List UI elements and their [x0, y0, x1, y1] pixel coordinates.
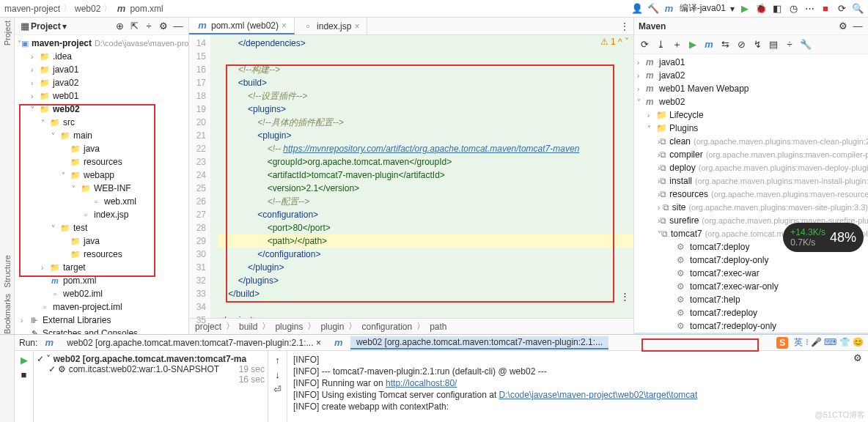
tree-item[interactable]: ▫web02.iml	[15, 287, 188, 300]
tree-item[interactable]: ›📁target	[15, 261, 188, 274]
maven-tree[interactable]: ›mjava01›mjava02›mweb01 Maven Webapp˅mwe…	[634, 54, 868, 334]
crumb[interactable]: build	[239, 322, 257, 332]
tree-item[interactable]: ˅📁WEB-INF	[15, 182, 188, 195]
crumb[interactable]: web02	[75, 4, 100, 14]
tree-item[interactable]: ▫web.xml	[15, 195, 188, 208]
maven-item[interactable]: ›⧉site(org.apache.maven.plugins:maven-si…	[634, 201, 868, 214]
coverage-icon[interactable]: ◧	[771, 3, 783, 15]
maven-item[interactable]: ⚙tomcat7:help	[634, 293, 868, 306]
debug-icon[interactable]: 🐞	[755, 3, 767, 15]
profile-icon[interactable]: ◷	[787, 3, 799, 15]
tree-item[interactable]: ›⊪External Libraries	[15, 314, 188, 327]
maven-item[interactable]: ›⧉install(org.apache.maven.plugins:maven…	[634, 174, 868, 188]
wrench-icon[interactable]: 🔧	[800, 39, 812, 51]
editor-breadcrumb: project〉build〉plugins〉plugin〉configurati…	[189, 318, 633, 334]
hide-icon[interactable]: —	[852, 21, 864, 32]
run-tree[interactable]: ✓ ˅ web02 [org.apache.tomcat.maven:tomca…	[34, 351, 268, 422]
tree-item[interactable]: ✎Scratches and Consoles	[15, 327, 188, 334]
stop-icon[interactable]: ■	[18, 369, 30, 380]
execute-icon[interactable]: m	[703, 39, 715, 51]
attach-icon[interactable]: ⋯	[803, 3, 815, 15]
tree-item[interactable]: ˅📁test	[15, 221, 188, 234]
run-tab[interactable]: web02 [org.apache.tomcat.maven:tomcat7-m…	[61, 337, 327, 349]
rerun-icon[interactable]: ▶	[18, 354, 30, 366]
graph-icon[interactable]: ▤	[768, 39, 779, 51]
crumb[interactable]: pom.xml	[130, 4, 163, 14]
update-icon[interactable]: ⟳	[836, 3, 847, 15]
down-icon[interactable]: ↓	[272, 369, 284, 380]
tree-item[interactable]: ›📁web01	[15, 89, 188, 103]
expand-icon[interactable]: ⇱	[128, 21, 140, 32]
maven-item[interactable]: ›⧉compiler(org.apache.maven.plugins:mave…	[634, 148, 868, 161]
tree-item[interactable]: ›📁java02	[15, 76, 188, 89]
crumb[interactable]: maven-project	[4, 4, 60, 14]
user-icon[interactable]: 👤	[631, 3, 643, 15]
tree-item[interactable]: 📁java	[15, 142, 188, 155]
settings-icon[interactable]: ⚙	[837, 21, 849, 32]
add-icon[interactable]: ＋	[671, 39, 683, 51]
maven-item[interactable]: ›mjava01	[634, 56, 868, 69]
panel-title: Project	[31, 21, 61, 32]
maven-item[interactable]: ›📁Lifecycle	[634, 108, 868, 122]
crumb[interactable]: path	[430, 322, 446, 332]
tree-item[interactable]: ˅📁web02	[15, 103, 188, 116]
maven-item[interactable]: ›mjava02	[634, 69, 868, 82]
settings-icon[interactable]: ⚙	[852, 352, 864, 364]
project-tool[interactable]: Project	[3, 21, 12, 45]
maven-item[interactable]: ⚙tomcat7:redeploy	[634, 306, 868, 319]
run-icon[interactable]: ▶	[739, 3, 751, 15]
wrap-icon[interactable]: ⏎	[272, 383, 284, 395]
maven-item[interactable]: ⚙tomcat7:exec-war	[634, 267, 868, 280]
tree-item[interactable]: mpom.xml	[15, 274, 188, 287]
structure-tool[interactable]: Structure	[3, 255, 12, 288]
maven-item[interactable]: ›⧉deploy(org.apache.maven.plugins:maven-…	[634, 161, 868, 174]
offline-icon[interactable]: ↯	[751, 39, 763, 51]
hide-icon[interactable]: —	[172, 21, 184, 32]
tree-item[interactable]: ›📁java01	[15, 63, 188, 76]
tree-item[interactable]: 📁resources	[15, 155, 188, 169]
collapse-icon[interactable]: ÷	[143, 21, 155, 32]
crumb[interactable]: plugins	[275, 322, 303, 332]
tree-item[interactable]: ›📁.idea	[15, 50, 188, 63]
bookmarks-tool[interactable]: Bookmarks	[3, 294, 12, 334]
maven-item[interactable]: ›⧉clean(org.apache.maven.plugins:maven-c…	[634, 135, 868, 148]
stop-icon[interactable]: ■	[820, 3, 831, 15]
select-target-icon[interactable]: ⊕	[114, 21, 125, 32]
project-tree[interactable]: ˅▣ maven-project D:\code\javase\maven-pr…	[15, 35, 188, 334]
maven-item[interactable]: ⚙tomcat7:deploy-only	[634, 253, 868, 267]
maven-item[interactable]: ⚙tomcat7:redeploy-only	[634, 319, 868, 333]
crumb[interactable]: plugin	[320, 322, 344, 332]
menu-icon[interactable]: ⋮	[619, 290, 630, 302]
maven-item[interactable]: ˅mweb02	[634, 95, 868, 108]
settings-icon[interactable]: ⚙	[158, 21, 169, 32]
maven-item[interactable]: ›mweb01 Maven Webapp	[634, 82, 868, 95]
run-icon[interactable]: ▶	[687, 39, 699, 51]
run-config[interactable]: 编译-java01	[680, 2, 726, 15]
tree-item[interactable]: ˅📁main	[15, 129, 188, 142]
search-icon[interactable]: 🔍	[852, 3, 864, 15]
tree-item[interactable]: ˅📁webapp	[15, 169, 188, 182]
collapse-icon[interactable]: ÷	[784, 39, 795, 51]
tree-item[interactable]: 📁java	[15, 234, 188, 248]
crumb[interactable]: configuration	[361, 322, 412, 332]
maven-item[interactable]: ⚙tomcat7:run	[634, 333, 868, 334]
skip-tests-icon[interactable]: ⊘	[735, 39, 747, 51]
tree-item[interactable]: ▫index.jsp	[15, 208, 188, 221]
reload-icon[interactable]: ⟳	[639, 39, 650, 51]
editor-tab[interactable]: mpom.xml (web02)×	[189, 18, 295, 34]
hammer-icon[interactable]: 🔨	[647, 3, 659, 15]
tree-item[interactable]: ˅📁src	[15, 116, 188, 129]
generate-icon[interactable]: ⤓	[655, 39, 666, 51]
toggle-icon[interactable]: ⇆	[719, 39, 731, 51]
maven-item[interactable]: ›⧉resources(org.apache.maven.plugins:mav…	[634, 188, 868, 201]
up-icon[interactable]: ↑	[272, 354, 284, 366]
console[interactable]: ⚙ @51CTO博客 [INFO][INFO] --- tomcat7-mave…	[287, 351, 868, 422]
code-area[interactable]: </dependencies> <!--构建--> <build> <!--设置…	[211, 35, 633, 318]
maven-item[interactable]: ⚙tomcat7:exec-war-only	[634, 280, 868, 293]
warning-icon[interactable]: ⚠ 1 ^ ˅	[600, 37, 629, 47]
tree-item[interactable]: ▫maven-project.iml	[15, 300, 188, 314]
tree-item[interactable]: 📁resources	[15, 248, 188, 261]
maven-item[interactable]: ˅📁Plugins	[634, 122, 868, 135]
editor-tab[interactable]: ▫index.jsp×	[295, 18, 367, 34]
run-tab[interactable]: web02 [org.apache.tomcat.maven:tomcat7-m…	[350, 336, 608, 349]
